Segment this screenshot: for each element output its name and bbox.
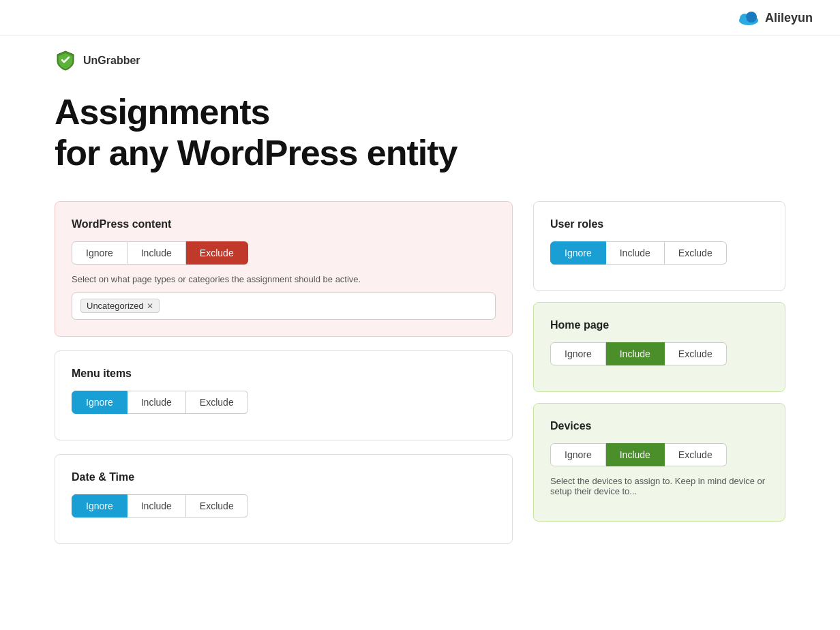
wordpress-content-card: WordPress content Ignore Include Exclude… [55,201,513,337]
wordpress-content-title: WordPress content [72,218,496,230]
svg-point-2 [746,12,757,22]
devices-description: Select the devices to assign to. Keep in… [550,476,768,496]
menu-items-card: Menu items Ignore Include Exclude [55,350,513,440]
home-page-btn-group: Ignore Include Exclude [550,342,768,365]
homepage-include-button[interactable]: Include [606,342,665,365]
homepage-exclude-button[interactable]: Exclude [665,342,727,365]
datetime-exclude-button[interactable]: Exclude [186,494,248,518]
devices-btn-group: Ignore Include Exclude [550,443,768,466]
uncategorized-tag: Uncategorized ✕ [80,299,160,313]
wordpress-content-btn-group: Ignore Include Exclude [72,241,496,265]
devices-ignore-button[interactable]: Ignore [550,443,606,466]
page-title: Assignments for any WordPress entity [55,92,785,174]
wp-tag-input[interactable]: Uncategorized ✕ [72,292,496,320]
right-column: User roles Ignore Include Exclude Home p… [533,201,785,544]
userroles-exclude-button[interactable]: Exclude [665,241,727,265]
date-time-title: Date & Time [72,471,496,483]
datetime-include-button[interactable]: Include [127,494,186,518]
devices-include-button[interactable]: Include [606,443,665,466]
user-roles-card: User roles Ignore Include Exclude [533,201,785,291]
date-time-btn-group: Ignore Include Exclude [72,494,496,518]
left-column: WordPress content Ignore Include Exclude… [55,201,513,544]
shield-icon [55,50,76,72]
top-nav: Alileyun [0,0,840,36]
homepage-ignore-button[interactable]: Ignore [550,342,606,365]
userroles-ignore-button[interactable]: Ignore [550,241,606,265]
plugin-header: UnGrabber [0,36,840,78]
brand-name: Alileyun [765,11,813,25]
menu-include-button[interactable]: Include [127,391,186,414]
datetime-ignore-button[interactable]: Ignore [72,494,127,518]
devices-title: Devices [550,420,768,432]
wp-include-button[interactable]: Include [127,241,186,265]
home-page-card: Home page Ignore Include Exclude [533,302,785,392]
date-time-card: Date & Time Ignore Include Exclude [55,454,513,544]
plugin-name: UnGrabber [83,55,140,67]
wp-description: Select on what page types or categories … [72,274,496,284]
page-title-section: Assignments for any WordPress entity [0,78,840,201]
brand-logo: Alileyun [736,10,813,26]
userroles-include-button[interactable]: Include [606,241,665,265]
devices-card: Devices Ignore Include Exclude Select th… [533,403,785,522]
menu-exclude-button[interactable]: Exclude [186,391,248,414]
devices-exclude-button[interactable]: Exclude [665,443,727,466]
tag-remove-button[interactable]: ✕ [147,302,153,310]
main-layout: WordPress content Ignore Include Exclude… [0,201,840,571]
menu-ignore-button[interactable]: Ignore [72,391,127,414]
wp-exclude-button[interactable]: Exclude [186,241,248,265]
svg-point-3 [740,16,747,22]
cloud-icon [736,10,761,26]
menu-items-btn-group: Ignore Include Exclude [72,391,496,414]
user-roles-title: User roles [550,218,768,230]
home-page-title: Home page [550,319,768,331]
user-roles-btn-group: Ignore Include Exclude [550,241,768,265]
wp-ignore-button[interactable]: Ignore [72,241,127,265]
menu-items-title: Menu items [72,368,496,380]
